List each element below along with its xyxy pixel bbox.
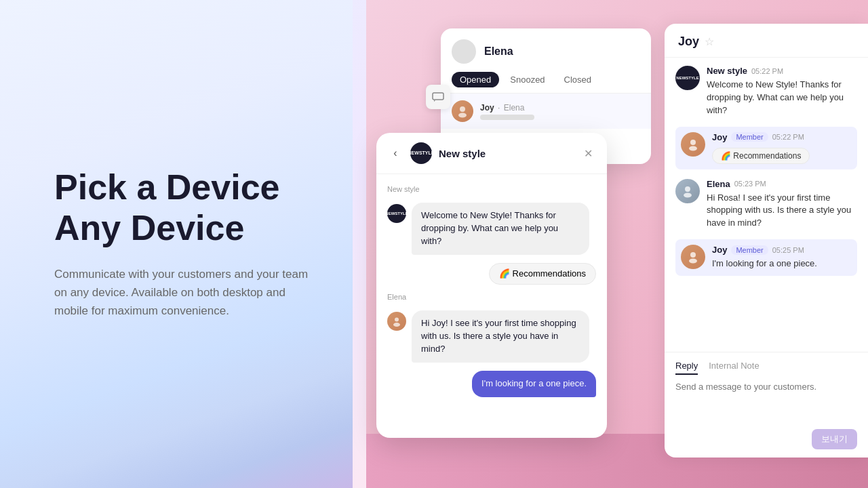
svg-point-1 bbox=[458, 113, 467, 118]
inbox-item-avatar bbox=[452, 100, 473, 122]
inbox-icon-button[interactable] bbox=[426, 85, 450, 109]
hero-subtitle: Communicate with your customers and your… bbox=[54, 265, 312, 321]
detail-msg-row-2: Joy Member 05:22 PM 🌈 Recommendations bbox=[675, 127, 857, 169]
detail-sender-4: Joy bbox=[712, 245, 727, 255]
detail-badge-2: Member bbox=[731, 132, 768, 142]
detail-avatar-4 bbox=[681, 245, 705, 269]
svg-point-7 bbox=[685, 186, 690, 192]
chat-elena-avatar bbox=[387, 312, 406, 331]
chat-back-button[interactable]: ‹ bbox=[387, 145, 403, 161]
chat-bubble-1: Welcome to New Style! Thanks for droppin… bbox=[412, 203, 589, 255]
detail-msg-row-1: NEWSTYLE New style 05:22 PM Welcome to N… bbox=[675, 66, 857, 117]
inbox-item-info: Joy · Elena bbox=[480, 103, 534, 120]
svg-point-3 bbox=[395, 318, 399, 322]
detail-time-3: 05:23 PM bbox=[734, 180, 766, 188]
detail-text-1: Welcome to New Style! Thanks for droppin… bbox=[707, 79, 857, 117]
svg-point-5 bbox=[690, 140, 696, 145]
inbox-item-preview-bar bbox=[480, 115, 534, 120]
detail-msg-content-4: Joy Member 05:25 PM I'm looking for a on… bbox=[712, 245, 852, 270]
hero-title: Pick a Device Any Device bbox=[54, 167, 312, 249]
chat-tag-row: 🌈 Recommendations bbox=[387, 263, 596, 285]
detail-msg-row-4: Joy Member 05:25 PM I'm looking for a on… bbox=[675, 239, 857, 276]
inbox-tabs: Opened Snoozed Closed bbox=[441, 64, 651, 94]
detail-messages: NEWSTYLE New style 05:22 PM Welcome to N… bbox=[665, 58, 868, 352]
detail-msg-content-3: Elena 05:23 PM Hi Rosa! I see it's your … bbox=[707, 179, 857, 230]
svg-point-4 bbox=[393, 323, 400, 327]
detail-avatar-1: NEWSTYLE bbox=[675, 66, 700, 90]
chat-ns-avatar: NEWSTYLE bbox=[387, 204, 406, 223]
detail-sender-3: Elena bbox=[707, 179, 730, 189]
elena-avatar-icon bbox=[681, 184, 694, 198]
send-button[interactable]: 보내기 bbox=[812, 429, 857, 449]
chat-msg-row-1: NEWSTYLE Welcome to New Style! Thanks fo… bbox=[387, 203, 596, 255]
detail-badge-4: Member bbox=[731, 245, 768, 255]
svg-rect-2 bbox=[433, 93, 443, 100]
inbox-conversation-item[interactable]: Joy · Elena bbox=[441, 94, 651, 129]
svg-point-8 bbox=[684, 192, 692, 197]
inbox-title: Elena bbox=[484, 45, 513, 58]
message-icon bbox=[432, 92, 444, 102]
reply-input[interactable] bbox=[675, 382, 857, 422]
chat-sender-label-elena: Elena bbox=[387, 293, 596, 302]
detail-text-4: I'm looking for a one piece. bbox=[712, 258, 852, 270]
chat-messages: New style NEWSTYLE Welcome to New Style!… bbox=[376, 174, 607, 438]
tab-snoozed[interactable]: Snoozed bbox=[502, 72, 553, 87]
person-icon bbox=[456, 104, 469, 118]
detail-panel: Joy ☆ NEWSTYLE New style 05:22 PM Welcom… bbox=[665, 24, 868, 458]
svg-point-9 bbox=[690, 252, 696, 258]
detail-msg-row-3: Elena 05:23 PM Hi Rosa! I see it's your … bbox=[675, 179, 857, 230]
joy-avatar-icon bbox=[686, 138, 700, 151]
chat-msg-row-3: I'm looking for a one piece. bbox=[387, 371, 596, 397]
detail-send-btn-wrapper: 보내기 bbox=[675, 429, 857, 449]
chat-bubble-3: I'm looking for a one piece. bbox=[472, 371, 596, 397]
tab-opened[interactable]: Opened bbox=[452, 72, 499, 87]
joy-avatar-icon-2 bbox=[686, 250, 700, 264]
detail-tag-2: 🌈 Recommendations bbox=[712, 148, 810, 164]
chat-panel: ‹ NEWSTYLE New style ✕ New style NEWSTYL… bbox=[376, 133, 607, 438]
chat-sender-label-ns: New style bbox=[387, 185, 596, 195]
chat-header-name: New style bbox=[439, 148, 573, 159]
chat-tag-bubble: 🌈 Recommendations bbox=[489, 263, 596, 285]
detail-avatar-2 bbox=[681, 132, 705, 157]
detail-contact-name: Joy bbox=[678, 35, 699, 49]
inbox-item-names: Joy · Elena bbox=[480, 103, 534, 113]
tab-reply[interactable]: Reply bbox=[675, 361, 698, 375]
detail-text-3: Hi Rosa! I see it's your first time shop… bbox=[707, 192, 857, 230]
chat-close-button[interactable]: ✕ bbox=[580, 145, 596, 161]
detail-header: Joy ☆ bbox=[665, 24, 868, 58]
detail-reply-tabs: Reply Internal Note bbox=[675, 361, 857, 375]
detail-sender-1: New style bbox=[707, 66, 747, 76]
detail-msg-content-2: Joy Member 05:22 PM 🌈 Recommendations bbox=[712, 132, 852, 164]
svg-point-6 bbox=[689, 146, 697, 150]
detail-msg-content-1: New style 05:22 PM Welcome to New Style!… bbox=[707, 66, 857, 117]
svg-point-10 bbox=[689, 259, 697, 264]
detail-star-icon[interactable]: ☆ bbox=[705, 35, 714, 48]
chat-header-avatar: NEWSTYLE bbox=[410, 142, 432, 164]
svg-point-0 bbox=[460, 106, 465, 112]
detail-time-2: 05:22 PM bbox=[772, 133, 804, 141]
avatar-person-icon bbox=[391, 316, 402, 327]
chat-header: ‹ NEWSTYLE New style ✕ bbox=[376, 133, 607, 174]
inbox-header: Elena bbox=[441, 28, 651, 64]
detail-sender-2: Joy bbox=[712, 132, 727, 142]
chat-msg-row-2: Hi Joy! I see it's your first time shopp… bbox=[387, 310, 596, 363]
detail-avatar-3 bbox=[675, 179, 700, 203]
detail-time-1: 05:22 PM bbox=[751, 67, 783, 75]
inbox-avatar bbox=[452, 39, 476, 64]
detail-time-4: 05:25 PM bbox=[772, 246, 804, 254]
tab-internal-note[interactable]: Internal Note bbox=[709, 361, 759, 375]
chat-bubble-2: Hi Joy! I see it's your first time shopp… bbox=[412, 310, 589, 363]
tab-closed[interactable]: Closed bbox=[556, 72, 599, 87]
detail-reply-area: Reply Internal Note 보내기 bbox=[665, 352, 868, 458]
left-panel: Pick a Device Any Device Communicate wit… bbox=[0, 0, 353, 488]
